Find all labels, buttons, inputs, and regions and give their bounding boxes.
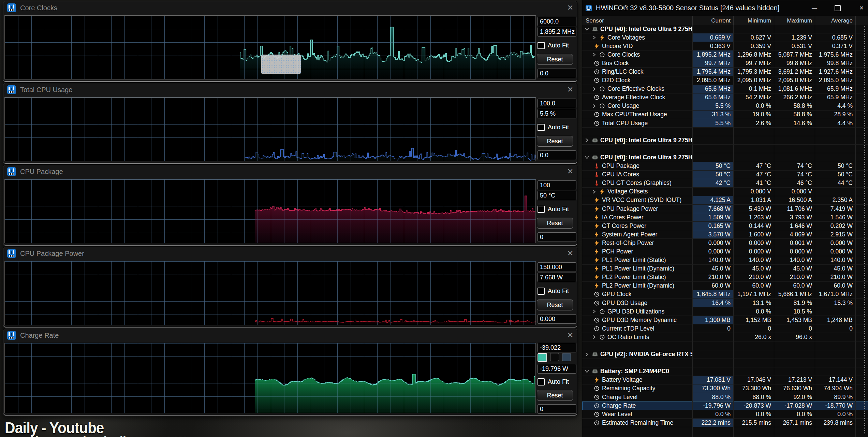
table-row[interactable] xyxy=(582,145,868,153)
color-swatch[interactable] xyxy=(538,353,547,362)
current-value-field[interactable]: -19.796 W xyxy=(538,364,576,374)
table-row[interactable]: Wear Level0.0 %0.0 %0.0 %0.0 % xyxy=(582,410,868,419)
scale-max-field[interactable]: 100 xyxy=(538,180,576,190)
close-button[interactable]: ✕ xyxy=(565,3,575,13)
table-row[interactable]: CPU [#0]: Intel Core Ultra 9 275HX: DTS xyxy=(582,136,868,145)
table-row[interactable]: OC Ratio Limits26.0 x96.0 x xyxy=(582,333,868,341)
scale-min-field[interactable]: 0.0 xyxy=(538,69,576,78)
column-header-minimum[interactable]: Minimum xyxy=(734,16,774,25)
checkbox-icon[interactable] xyxy=(538,378,545,385)
auto-fit-checkbox[interactable]: Auto Fit xyxy=(538,288,569,295)
table-row[interactable]: CPU Package Power7.668 W5.430 W11.706 W7… xyxy=(582,205,868,213)
close-button[interactable]: ✕ xyxy=(565,331,575,340)
chevron-right-icon[interactable] xyxy=(584,138,589,143)
table-row[interactable]: GPU [#2]: NVIDIA GeForce RTX 5070 Ti Lap… xyxy=(582,350,868,359)
chevron-right-icon[interactable] xyxy=(591,189,597,194)
table-row[interactable]: PL2 Power Limit (Static)210.0 W210.0 W21… xyxy=(582,273,868,282)
scale-min-field[interactable]: 0 xyxy=(538,232,576,242)
reset-button[interactable]: Reset xyxy=(537,300,573,310)
table-row[interactable]: D2D Clock2,095.0 MHz2,095.0 MHz2,095.0 M… xyxy=(582,76,868,85)
table-row[interactable]: Ring/LLC Clock1,795.4 MHz1,795.3 MHz3,69… xyxy=(582,68,868,76)
hwinfo-titlebar[interactable]: HWiNFO® 32 v8.30-5800 Sensor Status [246… xyxy=(582,0,868,16)
table-row[interactable]: PL1 Power Limit (Dynamic)45.0 W45.0 W45.… xyxy=(582,265,868,273)
table-row[interactable]: GPU D3D Usage16.4 %13.1 %81.9 %15.3 % xyxy=(582,299,868,307)
table-row[interactable]: Core Voltages0.659 V0.627 V1.239 V0.685 … xyxy=(582,33,868,42)
window-titlebar[interactable]: CPU Package Power xyxy=(3,247,577,260)
chevron-down-icon[interactable] xyxy=(584,155,589,160)
reset-button[interactable]: Reset xyxy=(537,54,573,65)
scale-min-field[interactable]: 0 xyxy=(538,404,576,414)
table-row[interactable] xyxy=(582,341,868,350)
table-row[interactable]: GPU D3D Memory Dynamic1,300 MB1,152 MB1,… xyxy=(582,316,868,324)
table-row[interactable]: Battery Voltage17.081 V17.046 V17.213 V1… xyxy=(582,376,868,384)
table-row[interactable]: Total CPU Usage5.5 %2.6 %14.6 %4.4 % xyxy=(582,119,868,128)
reset-button[interactable]: Reset xyxy=(537,390,573,401)
close-button[interactable]: ✕ xyxy=(565,249,575,258)
table-row[interactable]: Remaining Capacity73.300 Wh73.300 Wh76.6… xyxy=(582,384,868,393)
window-titlebar[interactable]: Core Clocks xyxy=(3,1,577,15)
checkbox-icon[interactable] xyxy=(538,124,545,131)
table-row[interactable]: GPU D3D Utilizations0.0 %10.5 % xyxy=(582,307,868,316)
table-row[interactable]: Charge Rate-19.796 W-20.873 W-17.028 W-1… xyxy=(582,402,868,410)
scale-max-field[interactable]: 6000.0 xyxy=(538,17,576,26)
close-button[interactable]: ✕ xyxy=(565,167,575,176)
close-button[interactable]: ✕ xyxy=(565,85,575,94)
table-row[interactable]: Max CPU/Thread Usage31.3 %19.0 %58.8 %28… xyxy=(582,111,868,119)
table-row[interactable]: CPU [#0]: Intel Core Ultra 9 275HX: Enha… xyxy=(582,153,868,162)
table-row[interactable]: PL1 Power Limit (Static)140.0 W140.0 W14… xyxy=(582,256,868,265)
scale-min-field[interactable]: 0.000 xyxy=(538,314,576,324)
chevron-right-icon[interactable] xyxy=(591,52,597,57)
maximize-button[interactable] xyxy=(830,0,845,16)
scale-max-field[interactable]: 100.0 xyxy=(538,99,576,108)
table-row[interactable]: CPU [#0]: Intel Core Ultra 9 275HX xyxy=(582,25,868,33)
table-row[interactable]: Average Effective Clock65.6 MHz54.2 MHz2… xyxy=(582,93,868,102)
current-value-field[interactable]: 1,895.2 MHz xyxy=(538,27,576,37)
scale-min-field[interactable]: 0.0 xyxy=(538,150,576,160)
table-row[interactable]: CPU GT Cores (Graphics)42 °C41 °C46 °C44… xyxy=(582,179,868,188)
column-header-average[interactable]: Average xyxy=(815,16,856,25)
reset-button[interactable]: Reset xyxy=(537,218,573,229)
checkbox-icon[interactable] xyxy=(538,288,545,295)
chevron-right-icon[interactable] xyxy=(591,35,597,40)
table-row[interactable]: PL2 Power Limit (Dynamic)60.0 W60.0 W60.… xyxy=(582,282,868,290)
chevron-down-icon[interactable] xyxy=(584,27,589,31)
table-row[interactable]: Core Clocks1,895.2 MHz1,296.8 MHz5,087.7… xyxy=(582,50,868,59)
chevron-right-icon[interactable] xyxy=(591,104,597,108)
scale-max-field[interactable]: 150.000 xyxy=(538,262,576,272)
chevron-right-icon[interactable] xyxy=(591,335,597,339)
vertical-scrollbar[interactable] xyxy=(863,26,866,435)
table-row[interactable]: Current cTDP Level0000 xyxy=(582,324,868,333)
chevron-right-icon[interactable] xyxy=(584,352,589,357)
table-row[interactable]: Battery: SMP L24M4PC0 xyxy=(582,367,868,376)
table-row[interactable] xyxy=(582,359,868,367)
window-titlebar[interactable]: CPU Package xyxy=(3,165,577,178)
table-row[interactable]: VR VCC Current (SVID IOUT)4.125 A1.031 A… xyxy=(582,196,868,205)
table-row[interactable]: PCH Power0.000 W0.000 W0.000 W0.000 W xyxy=(582,247,868,256)
table-row[interactable] xyxy=(582,128,868,136)
auto-fit-checkbox[interactable]: Auto Fit xyxy=(538,206,569,213)
chevron-right-icon[interactable] xyxy=(591,87,597,91)
current-value-field[interactable]: 50 °C xyxy=(538,191,576,200)
reset-button[interactable]: Reset xyxy=(537,136,573,147)
column-header-current[interactable]: Current xyxy=(693,16,734,25)
close-button[interactable]: ✕ xyxy=(854,0,868,16)
table-row[interactable]: IA Cores Power1.509 W1.263 W3.793 W1.546… xyxy=(582,213,868,222)
table-row[interactable]: Voltage Offsets0.000 V0.000 V xyxy=(582,188,868,196)
table-row[interactable]: Core Effective Clocks65.6 MHz0.1 MHz1,08… xyxy=(582,85,868,93)
table-row[interactable]: Network: RealTek Semiconductor RTL8168/8… xyxy=(582,436,868,437)
checkbox-icon[interactable] xyxy=(538,206,545,213)
table-row[interactable]: CPU IA Cores50 °C47 °C74 °C50 °C xyxy=(582,171,868,179)
table-row[interactable] xyxy=(582,427,868,436)
table-row[interactable]: GPU Clock1,645.8 MHz1,197.1 MHz5,686.1 M… xyxy=(582,290,868,299)
table-row[interactable]: Rest-of-Chip Power0.000 W0.000 W0.001 W0… xyxy=(582,239,868,247)
current-value-field[interactable]: 7.668 W xyxy=(538,273,576,282)
scrollbar-thumb[interactable] xyxy=(864,26,865,435)
color-swatch[interactable] xyxy=(562,353,571,361)
current-value-field[interactable]: 5.5 % xyxy=(538,109,576,118)
chevron-down-icon[interactable] xyxy=(584,369,589,374)
table-row[interactable]: Bus Clock99.7 MHz99.7 MHz99.8 MHz99.8 MH… xyxy=(582,59,868,68)
auto-fit-checkbox[interactable]: Auto Fit xyxy=(538,124,569,131)
chevron-right-icon[interactable] xyxy=(591,309,597,314)
table-row[interactable]: Core Usage5.5 %0.0 %58.8 %4.4 % xyxy=(582,102,868,111)
checkbox-icon[interactable] xyxy=(538,42,545,49)
